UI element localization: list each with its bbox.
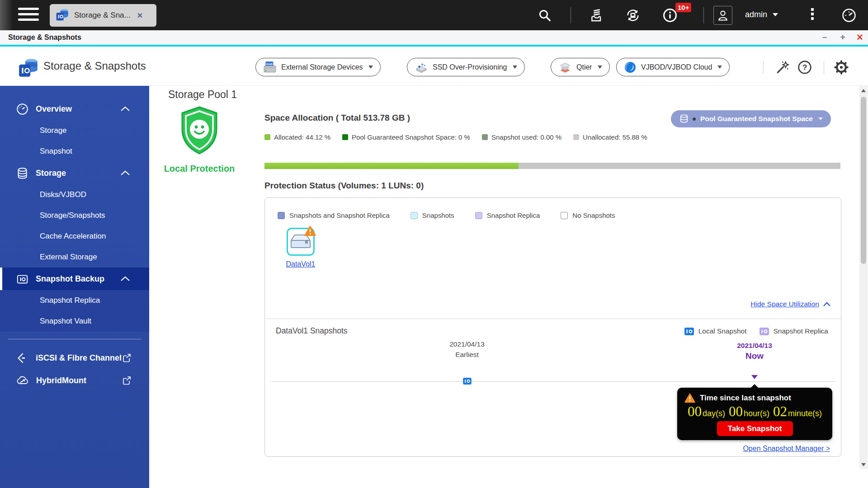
vjbod-button[interactable]: VJBOD/VJBOD Cloud	[616, 58, 730, 76]
timeline-earliest-label: 2021/04/13 Earliest	[440, 339, 494, 360]
sidebar-item-iscsi-fibre-channel[interactable]: iSCSI & Fibre Channel	[0, 347, 149, 369]
wizard-wand-icon[interactable]	[774, 59, 791, 75]
legend-label: No Snapshots	[572, 211, 615, 219]
protection-legend: Snapshots and Snapshot Replica Snapshots…	[278, 211, 615, 219]
external-storage-devices-button[interactable]: RAID External Storage Devices	[255, 58, 381, 76]
chevron-up-icon	[120, 106, 130, 112]
open-snapshot-manager-link[interactable]: Open Snapshot Manager >	[743, 445, 830, 453]
tooltip-tail	[751, 384, 758, 388]
sidebar-item-external-storage[interactable]: External Storage	[0, 247, 149, 267]
minimize-button[interactable]: –	[818, 32, 831, 42]
app-header: Storage & Snapshots RAID External Storag…	[0, 48, 868, 86]
sidebar-item-storage-snapshots[interactable]: Storage/Snapshots	[0, 205, 149, 226]
dashboard-icon[interactable]	[840, 6, 858, 24]
window-title: Storage & Snapshots	[8, 33, 81, 42]
iscsi-icon	[16, 352, 28, 364]
main-menu-button[interactable]	[18, 8, 39, 23]
legend-label: Local Snapshot	[698, 327, 747, 335]
pool-button-label: Pool Guaranteed Snapshot Space	[700, 115, 813, 123]
background-tasks-icon[interactable]	[588, 6, 606, 24]
vertical-scrollbar[interactable]	[859, 86, 868, 469]
database-icon	[679, 114, 689, 124]
scrollbar-thumb[interactable]	[861, 97, 866, 264]
volume-tile-datavol1[interactable]: DataVol1	[281, 228, 320, 268]
qtier-button[interactable]: Qtier	[551, 58, 610, 76]
legend-item-pool-guaranteed: Pool Guaranteed Snapshot Space: 0 %	[342, 133, 470, 141]
ssd-over-provisioning-button[interactable]: SSD Over-Provisioning	[407, 58, 525, 76]
sidebar-item-overview[interactable]: Overview	[0, 98, 149, 120]
sidebar-item-cache-acceleration[interactable]: Cache Acceleration	[0, 226, 149, 247]
now-pointer-icon	[751, 375, 758, 379]
link-label: Hide Space Utilization	[750, 300, 819, 308]
maximize-button[interactable]: +	[836, 32, 849, 42]
sidebar-item-storage[interactable]: Storage	[0, 162, 149, 184]
chevron-down-icon	[513, 66, 517, 69]
notification-badge: 10+	[675, 3, 691, 12]
external-link-icon	[122, 353, 131, 362]
tooltip-title: Time since last snapshot	[700, 394, 791, 403]
topbar-separator	[703, 7, 704, 23]
space-allocation-legend: Allocated: 44.12 % Pool Guaranteed Snaps…	[264, 133, 647, 141]
legend-label: Unallocated: 55.88 %	[583, 133, 647, 141]
earliest-caption: Earliest	[440, 349, 494, 360]
legend-label: Snapshots and Snapshot Replica	[289, 211, 390, 219]
sidebar-item-label: Snapshot	[40, 147, 72, 156]
snapshot-camera-icon	[16, 273, 28, 285]
user-avatar[interactable]	[713, 6, 732, 25]
hours-unit: hour(s)	[744, 409, 769, 418]
desktop-topbar: Storage & Sna... ✕ 10+ admin	[0, 0, 868, 30]
search-icon[interactable]	[536, 6, 554, 24]
volume-link-datavol1[interactable]: DataVol1	[286, 260, 316, 268]
take-snapshot-button[interactable]: Take Snapshot	[717, 421, 793, 436]
time-since-snapshot: 00day(s)00hour(s)02minute(s)	[677, 404, 832, 420]
legend-label: Snapshot used: 0.00 %	[491, 133, 561, 141]
button-label: VJBOD/VJBOD Cloud	[641, 63, 712, 71]
username-label: admin	[745, 10, 767, 19]
days-unit: day(s)	[703, 409, 725, 418]
tab-close-icon[interactable]: ✕	[137, 11, 143, 20]
pool-guaranteed-snapshot-space-button[interactable]: Pool Guaranteed Snapshot Space	[671, 110, 831, 127]
sidebar-item-disks-vjbod[interactable]: Disks/VJBOD	[0, 184, 149, 205]
chevron-down-icon	[818, 117, 823, 120]
snapshot-tooltip: Time since last snapshot 00day(s)00hour(…	[677, 388, 832, 440]
chevron-down-icon	[773, 13, 778, 16]
app-tab-storage-snapshots[interactable]: Storage & Sna... ✕	[50, 4, 156, 27]
header-separator	[824, 61, 824, 74]
legend-item-snapshots: Snapshots	[410, 211, 454, 219]
legend-item-snapshot-used: Snapshot used: 0.00 %	[482, 133, 561, 141]
chevron-up-icon	[120, 170, 130, 176]
space-allocation-title: Space Allocation ( Total 513.78 GB )	[264, 113, 410, 123]
sidebar-item-overview-snapshot[interactable]: Snapshot	[0, 141, 149, 162]
legend-swatch	[482, 134, 488, 140]
sidebar-item-snapshot-backup[interactable]: Snapshot Backup	[0, 267, 149, 290]
legend-label: Pool Guaranteed Snapshot Space: 0 %	[352, 133, 470, 141]
app-logo-icon	[17, 56, 40, 80]
scroll-up-icon[interactable]	[859, 86, 868, 95]
sidebar-item-snapshot-replica[interactable]: Snapshot Replica	[0, 290, 149, 311]
hide-space-utilization-link[interactable]: Hide Space Utilization	[750, 300, 831, 308]
gauge-icon	[16, 103, 28, 115]
sync-restore-icon[interactable]	[624, 6, 642, 24]
sidebar-item-overview-storage[interactable]: Storage	[0, 120, 149, 141]
minutes-unit: minute(s)	[788, 409, 822, 418]
more-options-icon[interactable]	[810, 8, 815, 22]
snapshot-marker-icon[interactable]	[463, 378, 472, 386]
sidebar-item-hybridmount[interactable]: HybridMount	[0, 369, 149, 392]
sidebar-item-snapshot-vault[interactable]: Snapshot Vault	[0, 311, 149, 332]
legend-swatch	[573, 134, 579, 140]
help-icon[interactable]: ?	[797, 59, 813, 75]
user-menu[interactable]: admin	[745, 10, 778, 19]
scroll-down-icon[interactable]	[859, 460, 868, 469]
sidebar-nav: Overview Storage Snapshot Storage Disks/…	[0, 86, 149, 488]
legend-swatch	[264, 134, 270, 140]
space-allocation-bar	[264, 163, 840, 169]
protection-status-title: Protection Status (Volumes: 1 LUNs: 0)	[264, 181, 424, 191]
legend-swatch	[278, 212, 285, 219]
legend-swatch	[410, 212, 418, 219]
volume-icon[interactable]	[287, 228, 315, 256]
sidebar-item-label: Storage	[36, 169, 66, 178]
snapshot-legend: Local Snapshot Snapshot Replica	[684, 327, 828, 335]
settings-gear-icon[interactable]	[833, 59, 849, 75]
close-button[interactable]: ✕	[854, 32, 866, 42]
button-label: Qtier	[576, 63, 592, 71]
